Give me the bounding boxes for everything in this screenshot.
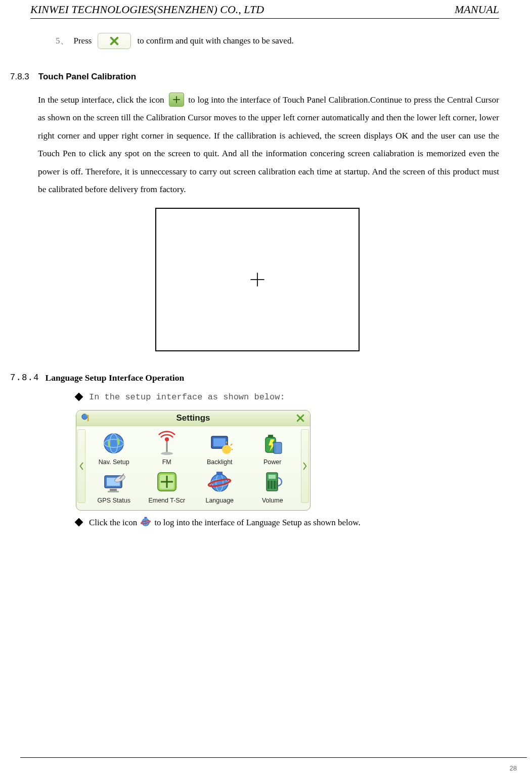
grid-item-backlight[interactable]: Backlight <box>194 430 245 466</box>
crosshair-icon <box>249 271 266 288</box>
antenna-icon <box>154 430 180 457</box>
grid-item-label: Backlight <box>207 459 233 466</box>
chevron-left-icon <box>79 462 84 470</box>
company-name: KINWEI TECHNOLOGIES(SHENZHEN) CO., LTD <box>30 3 264 16</box>
grid-item-power[interactable]: Power <box>247 430 298 466</box>
step-before-text: Press <box>74 34 92 48</box>
calibration-screen-illustration <box>155 208 360 351</box>
section-number: 7.8.3 <box>10 72 29 82</box>
footer-rule <box>20 757 527 758</box>
page-number: 28 <box>510 764 517 772</box>
grid-item-nav-setup[interactable]: Nav. Setup <box>88 430 140 466</box>
bullet-2-text-b: to log into the interface of Language Se… <box>154 516 360 530</box>
doc-type: MANUAL <box>455 3 499 16</box>
nav-right-button[interactable] <box>301 429 309 503</box>
grid-item-label: Nav. Setup <box>99 459 129 466</box>
settings-close-button[interactable] <box>295 413 306 424</box>
grid-item-label: Volume <box>262 497 283 504</box>
svg-rect-5 <box>87 415 89 421</box>
settings-window-illustration: Settings <box>76 410 311 511</box>
grid-item-label: Power <box>263 459 281 466</box>
section-number: 7.8.4 <box>10 373 39 383</box>
svg-rect-41 <box>277 481 278 489</box>
settings-title: Settings <box>92 413 295 423</box>
svg-rect-23 <box>110 489 117 491</box>
grid-item-emend-tscr[interactable]: Emend T-Scr <box>142 469 193 504</box>
settings-grid: Nav. Setup FM <box>86 427 300 505</box>
close-icon <box>295 413 305 423</box>
svg-rect-24 <box>108 491 119 492</box>
section-783-paragraph: In the setup interface, click the icon t… <box>38 91 499 199</box>
diamond-bullet-icon <box>75 393 83 401</box>
svg-rect-37 <box>269 475 276 479</box>
nav-left-button[interactable] <box>77 429 85 503</box>
grid-item-label: Language <box>205 497 234 504</box>
svg-rect-13 <box>213 438 226 446</box>
header-rule <box>30 18 499 19</box>
svg-point-42 <box>142 519 150 526</box>
backlight-icon <box>206 430 233 457</box>
grid-item-label: Emend T-Scr <box>148 497 185 504</box>
svg-rect-40 <box>274 481 276 489</box>
step-5-line: 5、 Press to confirm and quit with change… <box>56 33 504 49</box>
emend-icon-inline <box>169 93 184 107</box>
grid-item-label: GPS Status <box>98 497 130 504</box>
power-icon <box>259 430 286 457</box>
svg-point-10 <box>165 437 169 441</box>
language-icon <box>206 469 233 495</box>
svg-rect-39 <box>271 481 273 489</box>
chevron-right-icon <box>302 462 307 470</box>
emend-icon <box>154 469 180 495</box>
svg-line-16 <box>231 444 232 445</box>
bullet-1: In the setup interface as shown below: <box>76 390 504 405</box>
svg-point-11 <box>161 452 173 455</box>
grid-item-label: FM <box>162 459 171 466</box>
svg-rect-46 <box>145 517 147 519</box>
svg-point-31 <box>211 474 228 491</box>
language-icon-inline <box>139 515 152 528</box>
svg-rect-20 <box>274 442 282 453</box>
svg-rect-19 <box>268 435 273 438</box>
grid-item-volume[interactable]: Volume <box>247 469 298 504</box>
svg-rect-38 <box>268 481 270 489</box>
grid-item-gps-status[interactable]: GPS Status <box>88 469 140 504</box>
section-heading-783: 7.8.3 Touch Panel Calibration <box>10 72 504 82</box>
globe-icon <box>101 430 127 457</box>
section-title: Touch Panel Calibration <box>38 72 136 82</box>
settings-body: Nav. Setup FM <box>76 426 310 510</box>
step-number: 5、 <box>56 34 69 48</box>
plus-target-icon <box>172 95 181 104</box>
step-after-text: to confirm and quit with changes to be s… <box>137 34 293 48</box>
bullet-1-text: In the setup interface as shown below: <box>89 390 285 405</box>
diamond-bullet-icon <box>75 518 83 527</box>
para-text-a: In the setup interface, click the icon <box>38 95 164 105</box>
close-icon <box>109 35 120 47</box>
settings-titlebar: Settings <box>76 411 310 426</box>
svg-point-14 <box>222 445 231 454</box>
close-button-illustration <box>98 33 131 49</box>
bullet-2: Click the icon to log into the interface… <box>76 516 504 530</box>
section-heading-784: 7.8.4 Language Setup Interface Operation <box>10 373 504 383</box>
grid-item-language[interactable]: Language <box>194 469 245 504</box>
svg-rect-35 <box>216 472 223 475</box>
section-title: Language Setup Interface Operation <box>46 373 185 383</box>
settings-app-icon <box>80 413 92 424</box>
para-text-b: to log into the interface of Touch Panel… <box>38 95 499 194</box>
gps-icon <box>101 469 127 495</box>
svg-point-6 <box>104 434 123 453</box>
bullet-2-text-a: Click the icon <box>89 516 137 530</box>
volume-icon <box>259 469 286 495</box>
grid-item-fm[interactable]: FM <box>142 430 193 466</box>
